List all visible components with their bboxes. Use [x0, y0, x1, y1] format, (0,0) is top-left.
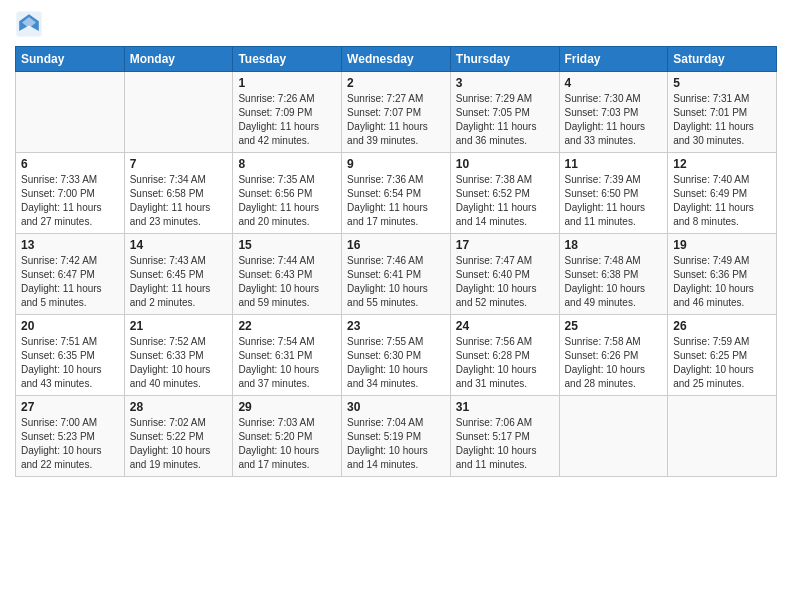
day-info: Sunrise: 7:56 AMSunset: 6:28 PMDaylight:… [456, 335, 554, 391]
day-info: Sunrise: 7:42 AMSunset: 6:47 PMDaylight:… [21, 254, 119, 310]
day-cell: 11Sunrise: 7:39 AMSunset: 6:50 PMDayligh… [559, 153, 668, 234]
weekday-header-monday: Monday [124, 47, 233, 72]
day-info: Sunrise: 7:27 AMSunset: 7:07 PMDaylight:… [347, 92, 445, 148]
week-row-5: 27Sunrise: 7:00 AMSunset: 5:23 PMDayligh… [16, 396, 777, 477]
day-cell: 30Sunrise: 7:04 AMSunset: 5:19 PMDayligh… [342, 396, 451, 477]
day-cell: 7Sunrise: 7:34 AMSunset: 6:58 PMDaylight… [124, 153, 233, 234]
day-info: Sunrise: 7:58 AMSunset: 6:26 PMDaylight:… [565, 335, 663, 391]
day-cell: 14Sunrise: 7:43 AMSunset: 6:45 PMDayligh… [124, 234, 233, 315]
day-cell: 24Sunrise: 7:56 AMSunset: 6:28 PMDayligh… [450, 315, 559, 396]
day-info: Sunrise: 7:55 AMSunset: 6:30 PMDaylight:… [347, 335, 445, 391]
day-cell: 4Sunrise: 7:30 AMSunset: 7:03 PMDaylight… [559, 72, 668, 153]
calendar-container: SundayMondayTuesdayWednesdayThursdayFrid… [0, 0, 792, 487]
day-cell [559, 396, 668, 477]
day-cell: 16Sunrise: 7:46 AMSunset: 6:41 PMDayligh… [342, 234, 451, 315]
day-cell: 31Sunrise: 7:06 AMSunset: 5:17 PMDayligh… [450, 396, 559, 477]
day-info: Sunrise: 7:29 AMSunset: 7:05 PMDaylight:… [456, 92, 554, 148]
day-cell: 2Sunrise: 7:27 AMSunset: 7:07 PMDaylight… [342, 72, 451, 153]
day-cell: 15Sunrise: 7:44 AMSunset: 6:43 PMDayligh… [233, 234, 342, 315]
day-number: 5 [673, 76, 771, 90]
day-number: 3 [456, 76, 554, 90]
day-cell: 8Sunrise: 7:35 AMSunset: 6:56 PMDaylight… [233, 153, 342, 234]
day-info: Sunrise: 7:36 AMSunset: 6:54 PMDaylight:… [347, 173, 445, 229]
day-info: Sunrise: 7:34 AMSunset: 6:58 PMDaylight:… [130, 173, 228, 229]
day-number: 16 [347, 238, 445, 252]
day-number: 7 [130, 157, 228, 171]
day-info: Sunrise: 7:38 AMSunset: 6:52 PMDaylight:… [456, 173, 554, 229]
day-info: Sunrise: 7:47 AMSunset: 6:40 PMDaylight:… [456, 254, 554, 310]
day-info: Sunrise: 7:00 AMSunset: 5:23 PMDaylight:… [21, 416, 119, 472]
day-info: Sunrise: 7:35 AMSunset: 6:56 PMDaylight:… [238, 173, 336, 229]
weekday-header-tuesday: Tuesday [233, 47, 342, 72]
day-cell [124, 72, 233, 153]
week-row-2: 6Sunrise: 7:33 AMSunset: 7:00 PMDaylight… [16, 153, 777, 234]
day-info: Sunrise: 7:48 AMSunset: 6:38 PMDaylight:… [565, 254, 663, 310]
day-info: Sunrise: 7:59 AMSunset: 6:25 PMDaylight:… [673, 335, 771, 391]
day-info: Sunrise: 7:30 AMSunset: 7:03 PMDaylight:… [565, 92, 663, 148]
day-number: 15 [238, 238, 336, 252]
day-cell: 3Sunrise: 7:29 AMSunset: 7:05 PMDaylight… [450, 72, 559, 153]
week-row-1: 1Sunrise: 7:26 AMSunset: 7:09 PMDaylight… [16, 72, 777, 153]
day-number: 26 [673, 319, 771, 333]
day-number: 4 [565, 76, 663, 90]
day-info: Sunrise: 7:03 AMSunset: 5:20 PMDaylight:… [238, 416, 336, 472]
weekday-header-friday: Friday [559, 47, 668, 72]
day-number: 28 [130, 400, 228, 414]
day-info: Sunrise: 7:02 AMSunset: 5:22 PMDaylight:… [130, 416, 228, 472]
header [15, 10, 777, 38]
day-cell: 29Sunrise: 7:03 AMSunset: 5:20 PMDayligh… [233, 396, 342, 477]
weekday-header-saturday: Saturday [668, 47, 777, 72]
day-number: 12 [673, 157, 771, 171]
day-cell: 5Sunrise: 7:31 AMSunset: 7:01 PMDaylight… [668, 72, 777, 153]
day-cell [668, 396, 777, 477]
day-cell: 13Sunrise: 7:42 AMSunset: 6:47 PMDayligh… [16, 234, 125, 315]
day-cell: 12Sunrise: 7:40 AMSunset: 6:49 PMDayligh… [668, 153, 777, 234]
day-number: 10 [456, 157, 554, 171]
day-number: 25 [565, 319, 663, 333]
weekday-header-sunday: Sunday [16, 47, 125, 72]
day-cell: 25Sunrise: 7:58 AMSunset: 6:26 PMDayligh… [559, 315, 668, 396]
day-number: 9 [347, 157, 445, 171]
logo [15, 10, 47, 38]
week-row-3: 13Sunrise: 7:42 AMSunset: 6:47 PMDayligh… [16, 234, 777, 315]
day-cell: 18Sunrise: 7:48 AMSunset: 6:38 PMDayligh… [559, 234, 668, 315]
day-number: 8 [238, 157, 336, 171]
day-cell: 20Sunrise: 7:51 AMSunset: 6:35 PMDayligh… [16, 315, 125, 396]
day-info: Sunrise: 7:40 AMSunset: 6:49 PMDaylight:… [673, 173, 771, 229]
day-number: 20 [21, 319, 119, 333]
day-cell: 21Sunrise: 7:52 AMSunset: 6:33 PMDayligh… [124, 315, 233, 396]
weekday-header-wednesday: Wednesday [342, 47, 451, 72]
day-cell [16, 72, 125, 153]
day-number: 2 [347, 76, 445, 90]
week-row-4: 20Sunrise: 7:51 AMSunset: 6:35 PMDayligh… [16, 315, 777, 396]
day-info: Sunrise: 7:06 AMSunset: 5:17 PMDaylight:… [456, 416, 554, 472]
day-number: 13 [21, 238, 119, 252]
day-info: Sunrise: 7:04 AMSunset: 5:19 PMDaylight:… [347, 416, 445, 472]
logo-icon [15, 10, 43, 38]
day-cell: 26Sunrise: 7:59 AMSunset: 6:25 PMDayligh… [668, 315, 777, 396]
day-number: 27 [21, 400, 119, 414]
day-info: Sunrise: 7:31 AMSunset: 7:01 PMDaylight:… [673, 92, 771, 148]
day-number: 19 [673, 238, 771, 252]
day-cell: 1Sunrise: 7:26 AMSunset: 7:09 PMDaylight… [233, 72, 342, 153]
day-number: 17 [456, 238, 554, 252]
day-number: 6 [21, 157, 119, 171]
day-info: Sunrise: 7:33 AMSunset: 7:00 PMDaylight:… [21, 173, 119, 229]
day-info: Sunrise: 7:49 AMSunset: 6:36 PMDaylight:… [673, 254, 771, 310]
day-number: 22 [238, 319, 336, 333]
day-number: 11 [565, 157, 663, 171]
day-number: 21 [130, 319, 228, 333]
calendar-table: SundayMondayTuesdayWednesdayThursdayFrid… [15, 46, 777, 477]
day-cell: 23Sunrise: 7:55 AMSunset: 6:30 PMDayligh… [342, 315, 451, 396]
day-info: Sunrise: 7:52 AMSunset: 6:33 PMDaylight:… [130, 335, 228, 391]
day-cell: 28Sunrise: 7:02 AMSunset: 5:22 PMDayligh… [124, 396, 233, 477]
day-number: 29 [238, 400, 336, 414]
weekday-header-thursday: Thursday [450, 47, 559, 72]
day-cell: 9Sunrise: 7:36 AMSunset: 6:54 PMDaylight… [342, 153, 451, 234]
day-cell: 27Sunrise: 7:00 AMSunset: 5:23 PMDayligh… [16, 396, 125, 477]
day-info: Sunrise: 7:44 AMSunset: 6:43 PMDaylight:… [238, 254, 336, 310]
day-cell: 10Sunrise: 7:38 AMSunset: 6:52 PMDayligh… [450, 153, 559, 234]
day-number: 31 [456, 400, 554, 414]
day-number: 30 [347, 400, 445, 414]
day-info: Sunrise: 7:51 AMSunset: 6:35 PMDaylight:… [21, 335, 119, 391]
